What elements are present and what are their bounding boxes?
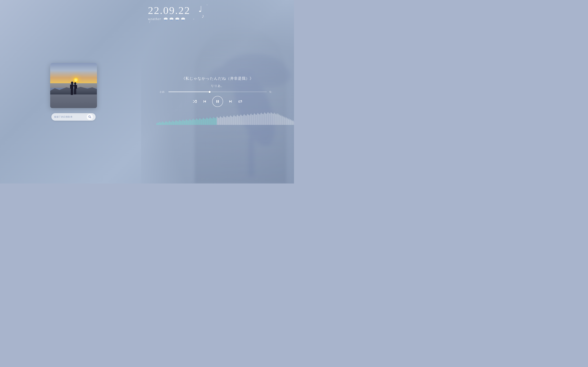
wave-bar — [253, 115, 253, 125]
wave-bar — [279, 115, 279, 125]
song-artist: りりあ。 — [211, 84, 225, 88]
wave-bar — [267, 114, 267, 125]
wave-bar — [243, 116, 243, 125]
wave-bar — [197, 118, 197, 125]
svg-rect-9 — [75, 89, 76, 94]
wave-bar — [193, 119, 193, 125]
time-current: 2:15 — [160, 91, 166, 93]
wave-bar — [277, 115, 277, 125]
wave-bar — [286, 117, 287, 125]
wave-bar — [172, 121, 172, 125]
wave-bar — [197, 119, 198, 125]
wave-bar — [255, 114, 255, 125]
wave-bar — [248, 115, 249, 125]
wave-bar — [213, 117, 213, 125]
wave-bar — [226, 117, 226, 125]
wave-bar — [227, 116, 227, 125]
wave-bar — [277, 113, 278, 125]
wave-bar — [293, 120, 294, 125]
wave-bar — [159, 122, 159, 125]
wave-bar — [280, 116, 281, 125]
wave-bar — [208, 119, 208, 125]
wave-bar — [210, 117, 210, 125]
wave-bar — [240, 115, 240, 125]
wave-bar — [275, 113, 275, 125]
wave-bar — [209, 119, 209, 125]
wave-bar — [250, 115, 250, 125]
wave-bar — [278, 114, 278, 125]
wave-bar — [249, 115, 249, 125]
wave-bar — [171, 122, 171, 125]
search-button[interactable] — [87, 114, 93, 120]
wave-bar — [252, 115, 253, 125]
wave-bar — [233, 116, 233, 125]
progress-section: 2:15 5:: — [160, 91, 276, 93]
prev-button[interactable] — [203, 100, 207, 103]
wave-bar — [216, 118, 216, 125]
wave-bar — [233, 117, 233, 125]
wave-bar — [196, 119, 196, 125]
wave-bar — [198, 119, 198, 125]
wave-bar — [188, 121, 189, 125]
wave-bar — [294, 122, 294, 125]
time-total: 5:: — [269, 91, 276, 93]
wave-bar — [160, 122, 160, 125]
wave-bar — [184, 121, 185, 125]
wave-bar — [254, 114, 254, 125]
playback-controls — [193, 96, 242, 107]
wave-bar — [262, 114, 262, 125]
wave-bar — [276, 114, 276, 125]
wave-bar — [208, 118, 208, 125]
wave-bar — [218, 118, 219, 125]
wave-bar — [211, 118, 211, 125]
wave-bar — [180, 121, 181, 125]
wave-bar — [215, 118, 215, 125]
wave-bar — [243, 115, 244, 125]
left-panel: 簇簇丁的日推歌单 — [0, 0, 147, 184]
wave-bar — [228, 117, 228, 125]
wave-bar — [250, 114, 251, 125]
wave-bar — [231, 115, 231, 125]
wave-bar — [200, 118, 200, 125]
wave-bar — [219, 118, 219, 125]
next-button[interactable] — [228, 100, 233, 103]
wave-bar — [166, 121, 166, 125]
wave-bar — [263, 114, 264, 125]
search-bar[interactable]: 簇簇丁的日推歌单 — [51, 113, 96, 121]
wave-bar — [167, 122, 168, 125]
wave-bar — [174, 122, 174, 125]
wave-bar — [228, 117, 229, 125]
pause-button[interactable] — [212, 96, 223, 107]
svg-rect-8 — [74, 89, 75, 94]
wave-bar — [169, 121, 169, 125]
repeat-button[interactable] — [238, 100, 242, 103]
wave-bar — [203, 118, 203, 125]
svg-rect-3 — [71, 89, 72, 95]
wave-bar — [187, 120, 187, 125]
wave-bar — [194, 119, 194, 125]
wave-bar — [285, 117, 285, 125]
progress-bar[interactable] — [168, 92, 267, 92]
wave-bar — [235, 116, 235, 125]
shuffle-button[interactable] — [193, 100, 197, 103]
wave-bar — [273, 113, 273, 125]
svg-rect-4 — [72, 89, 73, 95]
wave-bar — [194, 120, 195, 125]
svg-point-19 — [164, 18, 166, 20]
wave-bar — [266, 114, 266, 125]
wave-bar — [265, 113, 266, 125]
wave-bar — [207, 117, 207, 125]
wave-bar — [206, 118, 206, 125]
wave-bar — [284, 117, 285, 125]
wave-bar — [288, 118, 288, 125]
wave-bar — [256, 115, 256, 125]
wave-bar — [171, 122, 172, 125]
wave-bar — [158, 123, 159, 125]
svg-point-38 — [183, 18, 185, 20]
wave-bar — [269, 113, 270, 125]
wave-bar — [188, 120, 188, 125]
wave-bar — [260, 113, 261, 125]
svg-point-26 — [172, 18, 173, 20]
svg-marker-42 — [204, 100, 206, 103]
photo-couple — [68, 81, 79, 101]
